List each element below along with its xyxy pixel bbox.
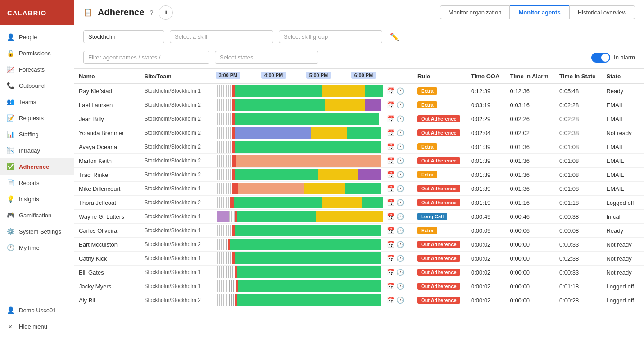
time-marker-3: 5:00 PM — [306, 72, 331, 79]
toggle-knob — [601, 54, 609, 62]
people-icon: 👤 — [6, 33, 14, 41]
time-marker-4: 6:00 PM — [351, 72, 376, 79]
table-row: Lael Laursen Stockholm/Stockholm 2 📅 🕐 E… — [74, 98, 644, 112]
table-row: Jacky Myers Stockholm/Stockholm 1 📅 🕐 Ou… — [74, 279, 644, 293]
calendar-icon[interactable]: 📅 — [387, 115, 395, 122]
table-header: Name Site/Team 3:00 PM 4:00 PM 5:00 PM 6… — [74, 69, 644, 84]
in-alarm-toggle[interactable] — [591, 53, 610, 63]
sidebar-item-insights[interactable]: 💡 Insights — [0, 191, 74, 207]
clock-action-icon[interactable]: 🕐 — [396, 297, 404, 304]
calendar-icon[interactable]: 📅 — [387, 227, 395, 234]
agent-state: EMAIL — [602, 182, 644, 196]
sidebar-item-staffing[interactable]: 📊 Staffing — [0, 126, 74, 142]
clock-action-icon[interactable]: 🕐 — [396, 87, 404, 95]
col-name: Name — [74, 69, 140, 84]
sidebar-item-mytime[interactable]: 🕐 MyTime — [0, 239, 74, 256]
clock-action-icon[interactable]: 🕐 — [396, 101, 404, 108]
agent-site-team: Stockholm/Stockholm 2 — [140, 168, 214, 182]
calendar-icon[interactable]: 📅 — [387, 199, 395, 206]
col-time-state: Time in State — [555, 69, 602, 84]
sidebar-user[interactable]: 👤 Demo Usce01 — [0, 302, 74, 318]
states-filter[interactable] — [215, 51, 318, 64]
clock-action-icon[interactable]: 🕐 — [396, 115, 404, 122]
agent-time-ooa: 0:00:02 — [467, 252, 506, 266]
clock-action-icon[interactable]: 🕐 — [396, 213, 404, 220]
agent-time-state: 0:02:38 — [555, 126, 602, 140]
tab-monitor-org[interactable]: Monitor organization — [440, 5, 510, 19]
clock-action-icon[interactable]: 🕐 — [396, 283, 404, 290]
clock-action-icon[interactable]: 🕐 — [396, 157, 404, 164]
table-row: Jean Billy Stockholm/Stockholm 2 📅 🕐 Out… — [74, 112, 644, 126]
tab-historical[interactable]: Historical overview — [569, 5, 635, 19]
table-row: Avaya Oceana Stockholm/Stockholm 2 📅 🕐 E… — [74, 140, 644, 154]
city-filter[interactable] — [83, 30, 164, 43]
agent-state: EMAIL — [602, 112, 644, 126]
skill-group-filter[interactable] — [279, 30, 382, 43]
sidebar-item-reports[interactable]: 📄 Reports — [0, 175, 74, 191]
agent-time-alarm: 0:00:00 — [506, 279, 555, 293]
agent-site-team: Stockholm/Stockholm 1 — [140, 279, 214, 293]
clock-action-icon[interactable]: 🕐 — [396, 171, 404, 178]
agent-name-filter[interactable] — [83, 51, 209, 64]
clock-action-icon[interactable]: 🕐 — [396, 227, 404, 234]
table-body: Ray Klefstad Stockholm/Stockholm 1 📅 🕐 E… — [74, 84, 644, 307]
sidebar-item-label: Intraday — [19, 147, 40, 154]
edit-icon-button[interactable]: ✏️ — [388, 30, 401, 43]
calendar-icon[interactable]: 📅 — [387, 143, 395, 150]
agent-time-state: 0:02:28 — [555, 98, 602, 112]
adherence-page-icon: 📋 — [83, 8, 92, 17]
clock-action-icon[interactable]: 🕐 — [396, 199, 404, 206]
sidebar-item-teams[interactable]: 👥 Teams — [0, 94, 74, 110]
sidebar-item-intraday[interactable]: 📉 Intraday — [0, 142, 74, 158]
gamification-icon: 🎮 — [6, 212, 14, 219]
calendar-icon[interactable]: 📅 — [387, 185, 395, 192]
calendar-icon[interactable]: 📅 — [387, 269, 395, 276]
sidebar-item-gamification[interactable]: 🎮 Gamification — [0, 207, 74, 223]
clock-action-icon[interactable]: 🕐 — [396, 255, 404, 262]
calendar-icon[interactable]: 📅 — [387, 157, 395, 164]
clock-action-icon[interactable]: 🕐 — [396, 143, 404, 150]
calendar-icon[interactable]: 📅 — [387, 87, 395, 95]
calendar-icon[interactable]: 📅 — [387, 297, 395, 304]
clock-action-icon[interactable]: 🕐 — [396, 129, 404, 136]
calendar-icon[interactable]: 📅 — [387, 241, 395, 248]
clock-action-icon[interactable]: 🕐 — [396, 241, 404, 248]
calendar-icon[interactable]: 📅 — [387, 283, 395, 290]
reports-icon: 📄 — [6, 179, 14, 186]
sidebar-item-label: Adherence — [19, 163, 49, 170]
sidebar-item-forecasts[interactable]: 📈 Forecasts — [0, 61, 74, 77]
col-time-alarm: Time in Alarm — [506, 69, 555, 84]
agent-state: Not ready — [602, 238, 644, 252]
sidebar-item-requests[interactable]: 📝 Requests — [0, 110, 74, 126]
sidebar-item-permissions[interactable]: 🔒 Permissions — [0, 45, 74, 61]
calendar-icon[interactable]: 📅 — [387, 255, 395, 262]
calendar-icon[interactable]: 📅 — [387, 213, 395, 220]
clock-action-icon[interactable]: 🕐 — [396, 185, 404, 192]
sidebar-item-system-settings[interactable]: ⚙️ System Settings — [0, 223, 74, 239]
staffing-icon: 📊 — [6, 131, 14, 138]
sidebar-item-people[interactable]: 👤 People — [0, 29, 74, 45]
table-row: Wayne G. Lutters Stockholm/Stockholm 1 📅… — [74, 210, 644, 224]
agent-name: Mike Dillencourt — [74, 182, 140, 196]
clock-action-icon[interactable]: 🕐 — [396, 269, 404, 276]
skill-filter[interactable] — [170, 30, 273, 43]
agent-site-team: Stockholm/Stockholm 2 — [140, 154, 214, 168]
tab-monitor-agents[interactable]: Monitor agents — [510, 5, 569, 19]
agent-rule: Out Adherence — [413, 196, 467, 210]
pause-button[interactable]: ⏸ — [159, 5, 173, 20]
table-row: Aly Bil Stockholm/Stockholm 2 📅 🕐 Out Ad… — [74, 293, 644, 307]
agent-site-team: Stockholm/Stockholm 1 — [140, 210, 214, 224]
user-name: Demo Usce01 — [19, 307, 56, 314]
calendar-icon[interactable]: 📅 — [387, 171, 395, 178]
sidebar-item-label: Staffing — [19, 131, 39, 138]
calendar-icon[interactable]: 📅 — [387, 101, 395, 108]
sidebar-item-adherence[interactable]: ✅ Adherence — [0, 158, 74, 175]
agent-name: Yolanda Bremner — [74, 126, 140, 140]
hide-menu-button[interactable]: « Hide menu — [0, 318, 74, 334]
sidebar-item-outbound[interactable]: 📞 Outbound — [0, 77, 74, 94]
agent-time-state: 0:02:38 — [555, 252, 602, 266]
agent-timeline: 📅 🕐 — [215, 154, 413, 168]
help-icon[interactable]: ? — [150, 9, 153, 16]
agent-time-alarm: 0:00:06 — [506, 224, 555, 238]
calendar-icon[interactable]: 📅 — [387, 129, 395, 136]
